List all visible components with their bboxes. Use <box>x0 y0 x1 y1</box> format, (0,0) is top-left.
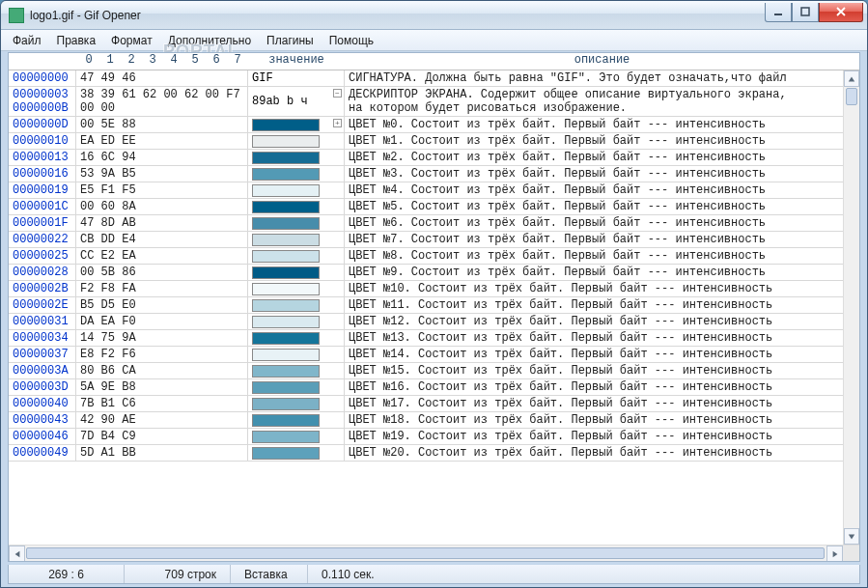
status-lines: 709 строк <box>125 565 231 583</box>
offset-cell: 00000010 <box>9 133 76 149</box>
table-row[interactable]: 0000003A80 B6 CAЦВЕТ №15. Состоит из трё… <box>9 363 843 379</box>
value-cell <box>248 117 345 132</box>
value-cell <box>248 330 345 346</box>
color-swatch <box>252 414 320 427</box>
table-row[interactable]: 0000002EB5 D5 E0ЦВЕТ №11. Состоит из трё… <box>9 297 843 314</box>
table-row[interactable]: 000000467D B4 C9ЦВЕТ №19. Состоит из трё… <box>9 429 843 445</box>
vertical-scrollbar[interactable] <box>843 70 859 545</box>
offset-cell: 0000003D <box>9 379 76 395</box>
table-row[interactable]: 0000002800 5B 86ЦВЕТ №9. Состоит из трёх… <box>9 265 843 281</box>
hex-rows[interactable]: 0000000047 49 46GIFСИГНАТУРА. Должна быт… <box>9 70 843 545</box>
value-cell <box>248 215 345 231</box>
scroll-down-button[interactable] <box>844 528 859 545</box>
menu-plugins[interactable]: Плагины <box>259 34 322 47</box>
table-row[interactable]: 000000495D A1 BBЦВЕТ №20. Состоит из трё… <box>9 445 843 462</box>
col-byte-2[interactable]: 2 <box>121 53 142 70</box>
hex-cell: 16 6C 94 <box>76 150 248 165</box>
expand-icon[interactable] <box>333 119 342 127</box>
maximize-button[interactable] <box>792 3 819 22</box>
offset-cell: 0000000D <box>9 117 76 132</box>
table-row[interactable]: 00000003 0000000B38 39 61 62 00 62 00 F7… <box>9 87 843 117</box>
table-row[interactable]: 00000025CC E2 EAЦВЕТ №8. Состоит из трёх… <box>9 248 843 265</box>
value-cell <box>248 314 345 329</box>
col-byte-5[interactable]: 5 <box>184 53 206 70</box>
table-row[interactable]: 00000010EA ED EEЦВЕТ №1. Состоит из трёх… <box>9 133 843 150</box>
description-cell: ДЕСКРИПТОР ЭКРАНА. Содержит общее описан… <box>345 87 843 116</box>
offset-cell: 00000043 <box>9 412 76 428</box>
offset-cell: 00000037 <box>9 347 76 362</box>
menu-file[interactable]: Файл <box>5 34 49 47</box>
minimize-button[interactable] <box>765 3 792 22</box>
col-description[interactable]: описание <box>345 53 859 70</box>
value-cell <box>248 297 345 313</box>
offset-cell: 0000001C <box>9 199 76 214</box>
vscroll-thumb[interactable] <box>846 88 857 105</box>
col-byte-4[interactable]: 4 <box>163 53 184 70</box>
value-cell <box>248 133 345 149</box>
table-row[interactable]: 0000002BF2 F8 FAЦВЕТ №10. Состоит из трё… <box>9 281 843 297</box>
value-cell <box>248 166 345 182</box>
color-swatch <box>252 365 320 378</box>
value-cell <box>248 347 345 362</box>
svg-rect-1 <box>801 8 809 15</box>
col-byte-1[interactable]: 1 <box>99 53 121 70</box>
value-cell <box>248 281 345 296</box>
table-row[interactable]: 0000003414 75 9AЦВЕТ №13. Состоит из трё… <box>9 330 843 347</box>
scroll-right-button[interactable] <box>826 546 843 562</box>
table-row[interactable]: 0000003D5A 9E B8ЦВЕТ №16. Состоит из трё… <box>9 379 843 396</box>
table-row[interactable]: 00000037E8 F2 F6ЦВЕТ №14. Состоит из трё… <box>9 347 843 363</box>
hex-cell: E8 F2 F6 <box>76 347 248 362</box>
table-row[interactable]: 00000022CB DD E4ЦВЕТ №7. Состоит из трёх… <box>9 232 843 248</box>
col-byte-7[interactable]: 7 <box>227 53 248 70</box>
color-swatch <box>252 398 320 410</box>
table-row[interactable]: 0000000047 49 46GIFСИГНАТУРА. Должна быт… <box>9 70 843 87</box>
color-swatch <box>252 381 320 394</box>
table-row[interactable]: 0000000D00 5E 88ЦВЕТ №0. Состоит из трёх… <box>9 117 843 133</box>
table-row[interactable]: 00000019E5 F1 F5ЦВЕТ №4. Состоит из трёх… <box>9 182 843 199</box>
col-value[interactable]: значение <box>248 53 345 70</box>
table-row[interactable]: 0000001F47 8D ABЦВЕТ №6. Состоит из трёх… <box>9 215 843 232</box>
horizontal-scrollbar[interactable] <box>9 545 859 561</box>
table-row[interactable]: 0000001653 9A B5ЦВЕТ №3. Состоит из трёх… <box>9 166 843 182</box>
description-cell: ЦВЕТ №5. Состоит из трёх байт. Первый ба… <box>345 199 843 214</box>
color-swatch <box>252 283 320 295</box>
col-byte-0[interactable]: 0 <box>78 53 99 70</box>
color-swatch <box>252 299 320 312</box>
hscroll-thumb[interactable] <box>26 547 825 559</box>
client-area: 0 1 2 3 4 5 6 7 значение описание 000000… <box>8 52 860 562</box>
color-swatch <box>252 431 320 443</box>
status-mode: Вставка <box>231 565 308 583</box>
menubar: Файл Правка Формат Дополнительно Плагины… <box>1 30 867 51</box>
hex-cell: 42 90 AE <box>76 412 248 428</box>
description-cell: ЦВЕТ №7. Состоит из трёх байт. Первый ба… <box>345 232 843 247</box>
scroll-up-button[interactable] <box>844 70 859 87</box>
offset-cell: 0000001F <box>9 215 76 231</box>
collapse-icon[interactable] <box>333 89 342 98</box>
col-byte-6[interactable]: 6 <box>206 53 227 70</box>
table-row[interactable]: 00000031DA EA F0ЦВЕТ №12. Состоит из трё… <box>9 314 843 330</box>
menu-help[interactable]: Помощь <box>322 34 381 47</box>
table-row[interactable]: 000000407B B1 C6ЦВЕТ №17. Состоит из трё… <box>9 396 843 412</box>
menu-extra[interactable]: Дополнительно <box>160 34 259 47</box>
scroll-left-button[interactable] <box>9 546 25 562</box>
col-byte-3[interactable]: 3 <box>142 53 163 70</box>
table-row[interactable]: 0000001C00 60 8AЦВЕТ №5. Состоит из трёх… <box>9 199 843 215</box>
description-cell: ЦВЕТ №20. Состоит из трёх байт. Первый б… <box>345 445 843 461</box>
color-swatch <box>252 349 320 361</box>
hex-cell: 47 8D AB <box>76 215 248 231</box>
menu-format[interactable]: Формат <box>103 34 160 47</box>
offset-cell: 00000040 <box>9 396 76 411</box>
window-buttons <box>765 3 863 22</box>
offset-cell: 00000025 <box>9 248 76 264</box>
table-row[interactable]: 0000001316 6C 94ЦВЕТ №2. Состоит из трёх… <box>9 150 843 166</box>
titlebar[interactable]: logo1.gif - Gif Opener <box>1 1 867 30</box>
table-row[interactable]: 0000004342 90 AEЦВЕТ №18. Состоит из трё… <box>9 412 843 429</box>
description-cell: ЦВЕТ №14. Состоит из трёх байт. Первый б… <box>345 347 843 362</box>
offset-cell: 00000031 <box>9 314 76 329</box>
menu-edit[interactable]: Правка <box>49 34 104 47</box>
description-cell: ЦВЕТ №19. Состоит из трёх байт. Первый б… <box>345 429 843 444</box>
close-button[interactable] <box>819 3 863 22</box>
value-cell <box>248 396 345 411</box>
value-cell <box>248 363 345 378</box>
app-window: logo1.gif - Gif Opener Файл Правка Форма… <box>0 0 868 588</box>
